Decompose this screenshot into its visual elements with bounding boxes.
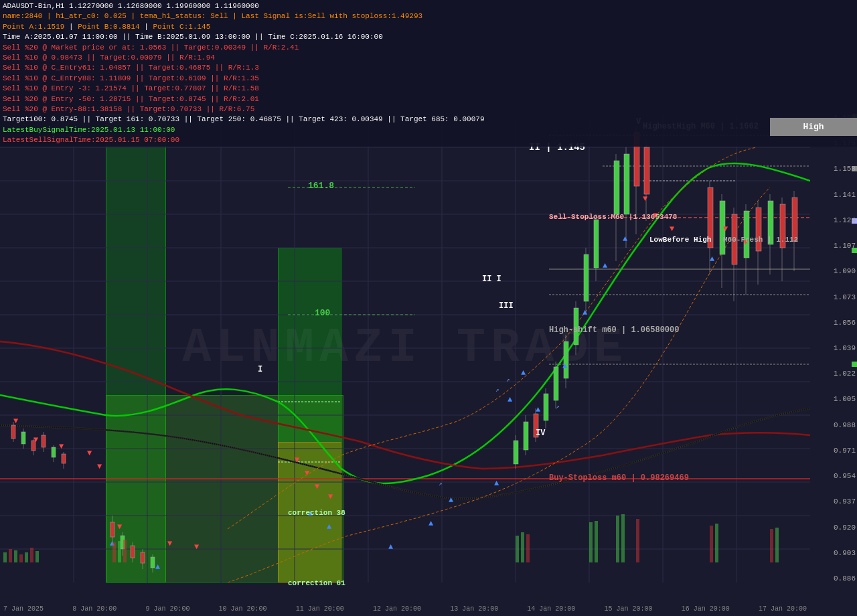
x-label-10: 17 Jan 20:00 [759,605,807,613]
svg-rect-38 [21,432,25,444]
ohlc-values: 1.12270000 1.12680000 1.19960000 1.11960… [69,2,259,10]
high-shift-label: High-shift m60 | 1.06580000 [549,325,679,335]
svg-text:▼: ▼ [295,455,300,465]
price-1141: 1.141 [811,191,856,199]
svg-text:▲: ▲ [710,254,715,264]
svg-text:▲: ▲ [155,562,161,572]
x-label-3: 10 Jan 20:00 [219,605,267,613]
point-b: Point B:0.8814 [78,23,139,31]
price-1056: 1.056 [811,319,856,327]
sell-line-2: Sell %10 @ 0.98473 || Target:0.00079 || … [3,53,854,63]
svg-rect-149 [526,534,530,562]
low-before-high-label: LowBefore High [649,236,711,244]
high-badge: High [770,118,857,136]
price-0886: 0.886 [811,574,856,583]
svg-rect-158 [775,528,779,562]
svg-text:▲: ▲ [428,519,434,528]
price-0988: 0.988 [811,421,856,429]
sell-line-5: Sell %10 @ Entry -3: 1.21574 || Target:0… [3,84,854,94]
x-label-9: 16 Jan 20:00 [682,605,730,613]
top-info-bar: ADAUSDT-Bin,H1 1.12270000 1.12680000 1.1… [0,0,857,147]
svg-rect-139 [14,550,17,562]
latest-sell: LatestSellSignalTime:2025.01.15 07:00:00 [3,135,854,145]
x-label-6: 13 Jan 20:00 [450,605,498,613]
svg-rect-36 [11,425,15,439]
svg-rect-144 [112,542,116,562]
level-100-label: 100 [315,308,330,318]
svg-text:▼: ▼ [117,522,123,532]
svg-rect-76 [614,161,619,214]
latest-buy: LatestBuySignalTime:2025.01.13 11:00:00 [3,125,854,135]
svg-rect-54 [141,552,145,563]
time-a: Time A:2025.01.07 11:00:00 [3,33,118,41]
svg-text:↗: ↗ [556,404,559,410]
x-label-0: 7 Jan 2025 [3,605,44,613]
svg-rect-141 [25,552,28,562]
time-b: Time B:2025.01.09 13:00:00 [135,33,250,41]
price-1107: 1.107 [811,242,856,250]
svg-rect-147 [516,536,519,562]
price-scale: 1.192 1.175 1.158 1.141 1.124 1.107 1.09… [810,114,857,583]
x-label-1: 8 Jan 20:00 [72,605,116,613]
svg-text:▼: ▼ [87,449,92,458]
svg-text:▼: ▼ [97,462,102,471]
svg-text:▲: ▲ [521,368,526,378]
sell-line-4: Sell %10 @ C_Entry88: 1.11809 || Target:… [3,74,854,84]
x-label-7: 14 Jan 20:00 [527,605,575,613]
svg-rect-72 [584,254,589,301]
svg-text:▼: ▼ [328,492,333,502]
svg-text:▼: ▼ [13,416,19,426]
wave-II-label: II I [482,275,501,284]
price-0954: 0.954 [811,472,856,480]
svg-rect-56 [151,557,155,568]
svg-rect-156 [715,524,718,562]
sell-line-6: Sell %20 @ Entry -50: 1.28715 || Target:… [3,94,854,104]
svg-text:↗: ↗ [439,481,442,487]
svg-text:▲: ▲ [449,495,454,505]
svg-rect-58 [514,441,518,464]
svg-rect-140 [19,554,23,562]
svg-text:▼: ▼ [59,442,64,451]
svg-rect-148 [521,532,524,562]
m60-fresh-label: M60-Fresh | 1.112 [723,236,798,244]
svg-rect-78 [624,154,629,214]
price-1039: 1.039 [811,344,856,352]
svg-rect-46 [62,454,66,463]
svg-rect-60 [524,422,528,450]
svg-rect-90 [744,211,749,258]
x-axis: 7 Jan 2025 8 Jan 20:00 9 Jan 20:00 10 Ja… [0,605,810,613]
svg-text:▲: ▲ [388,542,394,552]
svg-rect-151 [595,521,598,562]
x-label-4: 11 Jan 20:00 [296,605,344,613]
svg-text:▼: ▼ [305,469,310,478]
svg-text:▲: ▲ [508,395,513,404]
svg-rect-146 [123,540,127,562]
chart-area: ALNMAZI TRADE [0,114,810,583]
svg-text:▲: ▲ [582,308,588,317]
price-1124: 1.124 [811,216,856,224]
sell-line-1: Sell %20 @ Market price or at: 1.0563 ||… [3,43,854,53]
price-0920: 0.920 [811,524,856,532]
svg-text:▲: ▲ [536,405,541,414]
svg-text:▼: ▼ [33,435,39,445]
point-c: Point C:1.145 [153,23,210,31]
svg-text:↗: ↗ [495,387,499,394]
svg-rect-154 [636,519,639,562]
svg-text:▲: ▲ [603,261,608,271]
point-a: Point A:1.1519 [3,23,64,31]
svg-rect-44 [52,447,56,457]
chart-container: ADAUSDT-Bin,H1 1.12270000 1.12680000 1.1… [0,0,857,616]
svg-rect-150 [589,522,593,562]
price-0903: 0.903 [811,549,856,557]
svg-rect-52 [131,546,135,558]
sell-line-3: Sell %10 @ C_Entry61: 1.04857 || Target:… [3,63,854,73]
svg-rect-48 [110,522,114,537]
svg-rect-143 [35,551,39,562]
x-label-5: 12 Jan 20:00 [373,605,421,613]
svg-rect-98 [792,198,797,241]
price-1022: 1.022 [811,370,856,378]
svg-rect-68 [564,341,568,378]
svg-rect-137 [3,552,7,562]
svg-rect-152 [616,516,619,562]
status-line: name:2840 | h1_atr_c0: 0.025 | tema_h1_s… [3,11,854,21]
